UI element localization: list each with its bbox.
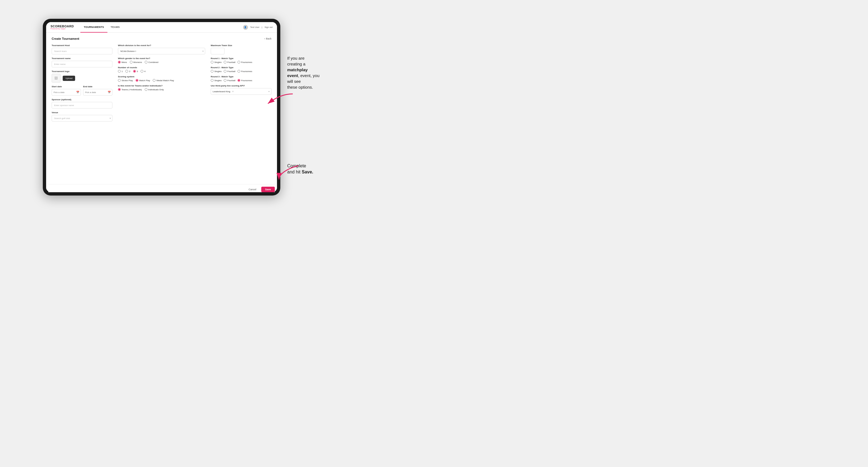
round2-match-type: Singles Fourball Foursomes <box>211 70 272 73</box>
round3-singles[interactable]: Singles <box>211 79 221 82</box>
tournament-logo-label: Tournament logo <box>52 70 113 73</box>
teams-plus-individuals[interactable]: Teams (+Individuals) <box>118 88 142 91</box>
save-button[interactable]: Save <box>261 187 275 192</box>
nav-tournaments[interactable]: TOURNAMENTS <box>81 22 107 33</box>
end-date-label: End date <box>83 85 113 88</box>
form-header: Create Tournament ‹ Back <box>52 37 272 40</box>
form-columns: Tournament Host Tournament name Tourname… <box>52 44 272 124</box>
gender-group: Which gender is the event for? Mens Wome… <box>118 57 205 64</box>
upload-button[interactable]: Upload <box>63 76 75 81</box>
tournament-name-group: Tournament name <box>52 57 113 67</box>
end-date-group: End date 📅 <box>83 85 113 96</box>
calendar-icon: 📅 <box>76 91 79 94</box>
round-2[interactable]: 2 <box>125 70 130 73</box>
start-date-group: Start date 📅 <box>52 85 81 96</box>
tournament-name-input[interactable] <box>52 61 113 67</box>
tablet-frame: SCOREBOARD Powered by clippit TOURNAMENT… <box>43 19 280 195</box>
gender-womens[interactable]: Womens <box>130 61 142 64</box>
api-value: Leaderboard King <box>213 90 230 93</box>
left-column: Tournament Host Tournament name Tourname… <box>52 44 113 124</box>
tournament-logo-group: Tournament logo 🖼 Upload <box>52 70 113 83</box>
round2-label: Round 2 - Match Type <box>211 66 272 69</box>
navbar: SCOREBOARD Powered by clippit TOURNAMENT… <box>46 22 277 33</box>
form-title: Create Tournament <box>52 37 79 40</box>
round1-fourball[interactable]: Fourball <box>224 61 235 64</box>
round3-foursomes[interactable]: Foursomes <box>238 79 252 82</box>
tournament-host-input[interactable] <box>52 48 113 54</box>
bottom-arrow-svg <box>276 163 304 182</box>
app-logo: SCOREBOARD <box>51 25 74 28</box>
start-date-wrap: 📅 <box>52 89 81 96</box>
round3-fourball[interactable]: Fourball <box>224 79 235 82</box>
logo-area: SCOREBOARD Powered by clippit <box>51 25 74 30</box>
max-team-group: Maximum Team Size 5 <box>211 44 272 54</box>
nav-teams[interactable]: TEAMS <box>107 22 123 33</box>
scoring-stroke-play[interactable]: Stroke Play <box>118 79 133 82</box>
start-date-label: Start date <box>52 85 81 88</box>
rounds-group: Number of rounds 1 2 <box>118 66 205 73</box>
round-4[interactable]: 4 <box>141 70 145 73</box>
tournament-host-group: Tournament Host <box>52 44 113 54</box>
gender-label: Which gender is the event for? <box>118 57 205 60</box>
api-select[interactable]: Leaderboard King ✕ ▾ <box>211 88 272 95</box>
teams-group: Is this event for Teams and/or Individua… <box>118 85 205 91</box>
round3-match-type: Singles Fourball Foursomes <box>211 79 272 82</box>
division-group: Which division is the event for? NCAA Di… <box>118 44 205 54</box>
gender-radio-group: Mens Womens Combined <box>118 61 205 64</box>
round1-label: Round 1 - Match Type <box>211 57 272 60</box>
gender-mens[interactable]: Mens <box>118 61 127 64</box>
round2-singles[interactable]: Singles <box>211 70 221 73</box>
sponsor-group: Sponsor (optional) <box>52 98 113 108</box>
teams-radio-group: Teams (+Individuals) Individuals Only <box>118 88 205 91</box>
round1-singles[interactable]: Singles <box>211 61 221 64</box>
rounds-radio-group: 1 2 3 <box>118 70 205 73</box>
sign-out-link[interactable]: Sign out <box>265 26 273 28</box>
round1-match-type: Singles Fourball Foursomes <box>211 61 272 64</box>
scoring-label: Scoring system <box>118 75 205 78</box>
venue-label: Venue <box>52 111 113 114</box>
rounds-label: Number of rounds <box>118 66 205 69</box>
gender-combined[interactable]: Combined <box>145 61 158 64</box>
venue-select-wrap: ▾ <box>52 115 113 122</box>
tablet-screen: SCOREBOARD Powered by clippit TOURNAMENT… <box>46 22 277 192</box>
round3-group: Round 3 - Match Type Singles Fourball <box>211 75 272 82</box>
venue-group: Venue ▾ <box>52 111 113 122</box>
individuals-only[interactable]: Individuals Only <box>145 88 164 91</box>
scoring-match-play[interactable]: Match Play <box>135 79 150 82</box>
max-team-input[interactable]: 5 <box>211 48 224 54</box>
division-select-wrap: NCAA Division I ▾ <box>118 48 205 54</box>
form-container: Create Tournament ‹ Back Tournament Host <box>46 33 277 192</box>
sponsor-input[interactable] <box>52 102 113 108</box>
venue-input[interactable] <box>52 115 113 122</box>
tournament-name-label: Tournament name <box>52 57 113 60</box>
round2-foursomes[interactable]: Foursomes <box>238 70 252 73</box>
cancel-button[interactable]: Cancel <box>246 187 259 192</box>
scoring-group: Scoring system Stroke Play Match Play <box>118 75 205 82</box>
right-annotation: If you are creating a matchplayevent, ev… <box>287 55 319 90</box>
scoring-radio-group: Stroke Play Match Play Medal Match Play <box>118 79 205 82</box>
round3-label: Round 3 - Match Type <box>211 75 272 78</box>
round2-group: Round 2 - Match Type Singles Fourball <box>211 66 272 73</box>
end-date-wrap: 📅 <box>83 89 113 96</box>
round1-foursomes[interactable]: Foursomes <box>238 61 252 64</box>
tournament-host-label: Tournament Host <box>52 44 113 47</box>
middle-column: Which division is the event for? NCAA Di… <box>118 44 205 124</box>
teams-label: Is this event for Teams and/or Individua… <box>118 85 205 87</box>
form-footer: Cancel Save <box>48 184 275 192</box>
sponsor-label: Sponsor (optional) <box>52 98 113 101</box>
scoring-medal-match[interactable]: Medal Match Play <box>153 79 174 82</box>
logo-upload-area: 🖼 Upload <box>52 74 113 83</box>
date-row: Start date 📅 End date <box>52 85 113 96</box>
round-1[interactable]: 1 <box>118 70 123 73</box>
api-clear-icon[interactable]: ✕ <box>232 90 234 93</box>
division-label: Which division is the event for? <box>118 44 205 47</box>
division-select[interactable]: NCAA Division I <box>118 48 205 54</box>
round1-group: Round 1 - Match Type Singles Fourball <box>211 57 272 64</box>
right-column: Maximum Team Size 5 Round 1 - Match Type… <box>211 44 272 124</box>
round-3[interactable]: 3 <box>133 70 138 73</box>
back-button[interactable]: ‹ Back <box>264 37 272 40</box>
avatar: 👤 <box>243 25 248 30</box>
dates-group: Start date 📅 End date <box>52 85 113 96</box>
round2-fourball[interactable]: Fourball <box>224 70 235 73</box>
logo-placeholder: 🖼 <box>52 74 60 83</box>
